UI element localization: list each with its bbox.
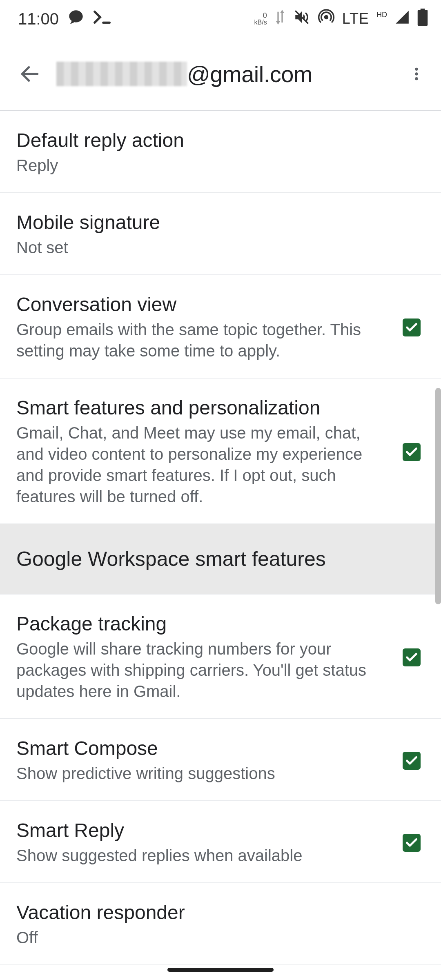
setting-title: Smart Reply	[16, 819, 390, 842]
status-time: 11:00	[18, 10, 59, 28]
svg-point-1	[415, 68, 418, 71]
setting-smart-compose[interactable]: Smart Compose Show predictive writing su…	[0, 719, 441, 801]
setting-smart-features[interactable]: Smart features and personalization Gmail…	[0, 379, 441, 524]
lte-label: LTE	[342, 10, 369, 27]
checkbox-package-tracking[interactable]	[403, 648, 421, 666]
setting-description: Show suggested replies when available	[16, 845, 390, 866]
data-arrows-icon	[274, 9, 286, 29]
setting-description: Show predictive writing suggestions	[16, 763, 390, 784]
chat-bubble-icon	[68, 9, 84, 29]
signal-icon	[394, 9, 410, 29]
svg-point-0	[324, 15, 328, 19]
back-button[interactable]	[11, 56, 48, 92]
terminal-icon	[93, 10, 112, 28]
network-speed-indicator: 0 kB/s	[254, 12, 267, 26]
mute-icon	[293, 9, 310, 29]
overflow-menu-button[interactable]	[400, 58, 433, 90]
setting-description: Google will share tracking numbers for y…	[16, 638, 390, 702]
account-title: @gmail.com	[56, 61, 400, 87]
setting-title: Vacation responder	[16, 901, 412, 924]
battery-icon	[417, 9, 428, 29]
setting-value: Not set	[16, 237, 412, 258]
scroll-thumb[interactable]	[435, 388, 441, 604]
setting-title: Smart Compose	[16, 737, 390, 760]
setting-description: Group emails with the same topic togethe…	[16, 319, 390, 361]
setting-title: Package tracking	[16, 612, 390, 635]
setting-conversation-view[interactable]: Conversation view Group emails with the …	[0, 275, 441, 379]
setting-title: Smart features and personalization	[16, 396, 390, 419]
setting-mobile-signature[interactable]: Mobile signature Not set	[0, 193, 441, 275]
setting-title: Conversation view	[16, 293, 390, 316]
setting-vacation-responder[interactable]: Vacation responder Off	[0, 883, 441, 965]
setting-smart-reply[interactable]: Smart Reply Show suggested replies when …	[0, 801, 441, 883]
setting-default-reply-action[interactable]: Default reply action Reply	[0, 111, 441, 193]
email-suffix: @gmail.com	[187, 61, 312, 87]
nav-handle[interactable]	[167, 968, 274, 972]
app-bar: @gmail.com	[0, 38, 441, 111]
setting-title: Default reply action	[16, 129, 412, 151]
checkbox-smart-compose[interactable]	[403, 752, 421, 770]
svg-point-2	[415, 72, 418, 75]
setting-value: Reply	[16, 155, 412, 176]
status-bar: 11:00 0 kB/s LTE HD	[0, 0, 441, 38]
setting-google-workspace-smart-features[interactable]: Google Workspace smart features	[0, 524, 441, 595]
hotspot-icon	[318, 9, 335, 29]
redacted-email-prefix	[56, 62, 187, 86]
checkbox-smart-features[interactable]	[403, 443, 421, 461]
svg-point-3	[415, 77, 418, 80]
setting-description: Gmail, Chat, and Meet may use my email, …	[16, 422, 390, 507]
hd-label: HD	[376, 11, 387, 19]
setting-package-tracking[interactable]: Package tracking Google will share track…	[0, 595, 441, 719]
settings-list: Default reply action Reply Mobile signat…	[0, 111, 441, 980]
setting-title: Mobile signature	[16, 211, 412, 234]
setting-title: Google Workspace smart features	[16, 547, 412, 571]
checkbox-smart-reply[interactable]	[403, 834, 421, 852]
checkbox-conversation-view[interactable]	[403, 318, 421, 336]
setting-value: Off	[16, 927, 412, 948]
